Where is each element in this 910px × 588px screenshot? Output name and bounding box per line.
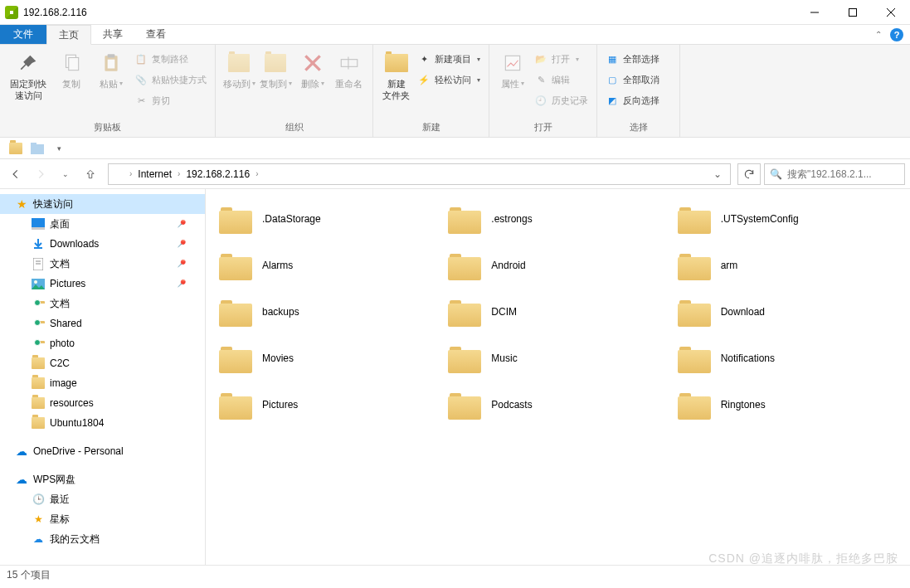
pin-quick-access-button[interactable]: 固定到快 速访问 bbox=[5, 48, 51, 103]
recent-dropdown[interactable]: ⌄ bbox=[55, 163, 76, 185]
folder-item[interactable]: .estrongs bbox=[443, 201, 672, 237]
sidebar[interactable]: ★快速访问桌面📍Downloads📍文档📍Pictures📍文档Sharedph… bbox=[0, 189, 206, 565]
address-bar[interactable]: › Internet › 192.168.2.116 › ⌄ bbox=[108, 163, 731, 185]
sidebar-item[interactable]: 文档 bbox=[0, 294, 205, 313]
view-tab[interactable]: 查看 bbox=[134, 25, 178, 44]
move-to-button[interactable]: 移动到▾ bbox=[221, 48, 257, 103]
paste-shortcut-button[interactable]: 📎粘贴快捷方式 bbox=[134, 70, 207, 89]
sidebar-wps[interactable]: ☁WPS网盘 bbox=[0, 469, 205, 489]
edit-button[interactable]: ✎编辑 bbox=[534, 70, 588, 89]
folder-icon bbox=[219, 343, 252, 373]
folder-icon bbox=[678, 204, 711, 234]
copy-path-button[interactable]: 📋复制路径 bbox=[134, 50, 207, 68]
folder-item[interactable]: Podcasts bbox=[443, 386, 672, 423]
svg-rect-5 bbox=[69, 58, 79, 70]
pin-icon: 📍 bbox=[173, 275, 188, 291]
desktop-icon bbox=[32, 217, 45, 231]
sidebar-item[interactable]: 🕒最近 bbox=[0, 489, 205, 509]
svg-rect-17 bbox=[32, 227, 45, 230]
open-button[interactable]: 📂打开▾ bbox=[534, 50, 588, 68]
refresh-button[interactable] bbox=[737, 163, 761, 185]
folder-item[interactable]: Download bbox=[673, 294, 902, 330]
file-tab[interactable]: 文件 bbox=[0, 25, 46, 44]
home-tab[interactable]: 主页 bbox=[46, 25, 91, 45]
folder-item[interactable]: Alarms bbox=[214, 247, 443, 284]
folder-icon bbox=[678, 297, 711, 327]
new-folder-button[interactable]: 新建 文件夹 bbox=[378, 48, 414, 103]
sidebar-item[interactable]: resources bbox=[0, 393, 205, 413]
folder-item[interactable]: .DataStorage bbox=[214, 201, 443, 237]
sidebar-item[interactable]: C2C bbox=[0, 353, 205, 373]
select-all-button[interactable]: ▦全部选择 bbox=[606, 50, 659, 68]
paste-button[interactable]: 粘贴▾ bbox=[91, 48, 131, 103]
svg-rect-1 bbox=[849, 8, 857, 16]
content-pane[interactable]: .DataStorage.estrongs.UTSystemConfigAlar… bbox=[206, 189, 910, 565]
select-all-icon: ▦ bbox=[606, 52, 619, 66]
folder-item[interactable]: Music bbox=[443, 340, 672, 377]
folder-item[interactable]: backups bbox=[214, 294, 443, 330]
cloud-icon: ☁ bbox=[15, 445, 28, 458]
close-button[interactable] bbox=[872, 0, 910, 25]
sidebar-item[interactable]: ☁我的云文档 bbox=[0, 529, 205, 549]
breadcrumb-root[interactable]: Internet bbox=[134, 168, 175, 180]
search-input[interactable] bbox=[787, 168, 910, 180]
folder-item[interactable]: Pictures bbox=[214, 386, 443, 423]
breadcrumb-current[interactable]: 192.168.2.116 bbox=[182, 168, 253, 180]
open-group-label: 打开 bbox=[489, 119, 596, 137]
sidebar-item-label: Ubuntu1804 bbox=[50, 417, 104, 429]
sidebar-onedrive[interactable]: ☁OneDrive - Personal bbox=[0, 441, 205, 461]
folder-item[interactable]: Movies bbox=[214, 340, 443, 377]
copy-button[interactable]: 复制 bbox=[51, 48, 91, 103]
sidebar-item[interactable]: image bbox=[0, 373, 205, 393]
sidebar-item[interactable]: Shared bbox=[0, 313, 205, 333]
sidebar-item[interactable]: Pictures📍 bbox=[0, 274, 205, 294]
history-button[interactable]: 🕘历史记录 bbox=[534, 91, 588, 109]
minimize-button[interactable] bbox=[796, 0, 834, 25]
sidebar-item[interactable]: ★星标 bbox=[0, 509, 205, 529]
cut-button[interactable]: ✂剪切 bbox=[134, 91, 207, 109]
up-button[interactable] bbox=[80, 163, 101, 185]
folder-item[interactable]: Notifications bbox=[673, 340, 902, 377]
back-button[interactable] bbox=[5, 163, 27, 185]
delete-button[interactable]: 删除▾ bbox=[294, 48, 331, 103]
ribbon-collapse-icon[interactable]: ⌃ bbox=[875, 30, 882, 39]
select-group-label: 选择 bbox=[597, 119, 679, 137]
select-none-button[interactable]: ▢全部取消 bbox=[606, 70, 659, 89]
copy-path-icon: 📋 bbox=[134, 52, 148, 66]
folder-item[interactable]: Android bbox=[443, 247, 672, 284]
chevron-right-icon[interactable]: › bbox=[127, 169, 134, 178]
sidebar-quick-access[interactable]: ★快速访问 bbox=[0, 194, 205, 214]
copy-to-button[interactable]: 复制到▾ bbox=[257, 48, 294, 103]
maximize-button[interactable] bbox=[834, 0, 872, 25]
invert-selection-button[interactable]: ◩反向选择 bbox=[606, 91, 659, 109]
sidebar-item-label: 桌面 bbox=[50, 217, 70, 231]
share-tab[interactable]: 共享 bbox=[91, 25, 134, 44]
sidebar-item[interactable]: Downloads📍 bbox=[0, 234, 205, 254]
folder-item[interactable]: Ringtones bbox=[673, 386, 902, 423]
move-to-icon bbox=[226, 50, 252, 76]
chevron-right-icon[interactable]: › bbox=[253, 169, 260, 178]
properties-button[interactable]: 属性▾ bbox=[494, 48, 531, 103]
qat-folder-icon[interactable] bbox=[7, 139, 25, 158]
rename-button[interactable]: 重命名 bbox=[331, 48, 367, 103]
forward-button[interactable] bbox=[30, 163, 51, 185]
sidebar-item[interactable]: 文档📍 bbox=[0, 254, 205, 274]
search-icon: 🔍 bbox=[770, 168, 782, 180]
invert-selection-icon: ◩ bbox=[606, 94, 619, 107]
qat-explorer-icon[interactable] bbox=[28, 139, 46, 158]
search-box[interactable]: 🔍 bbox=[764, 163, 905, 185]
copy-icon bbox=[58, 50, 85, 76]
sidebar-item[interactable]: photo bbox=[0, 333, 205, 353]
address-dropdown-icon[interactable]: ⌄ bbox=[708, 168, 727, 180]
folder-item[interactable]: DCIM bbox=[443, 294, 672, 330]
folder-item[interactable]: .UTSystemConfig bbox=[673, 201, 902, 237]
qat-dropdown-icon[interactable]: ▾ bbox=[50, 139, 68, 158]
sidebar-item[interactable]: 桌面📍 bbox=[0, 214, 205, 234]
easy-access-button[interactable]: ⚡轻松访问▾ bbox=[417, 70, 480, 89]
chevron-right-icon[interactable]: › bbox=[175, 169, 182, 178]
folder-item[interactable]: arm bbox=[673, 247, 902, 284]
help-icon[interactable]: ? bbox=[890, 28, 903, 41]
sidebar-item[interactable]: Ubuntu1804 bbox=[0, 413, 205, 433]
paste-shortcut-icon: 📎 bbox=[134, 73, 148, 86]
new-item-button[interactable]: ✦新建项目▾ bbox=[417, 50, 480, 68]
